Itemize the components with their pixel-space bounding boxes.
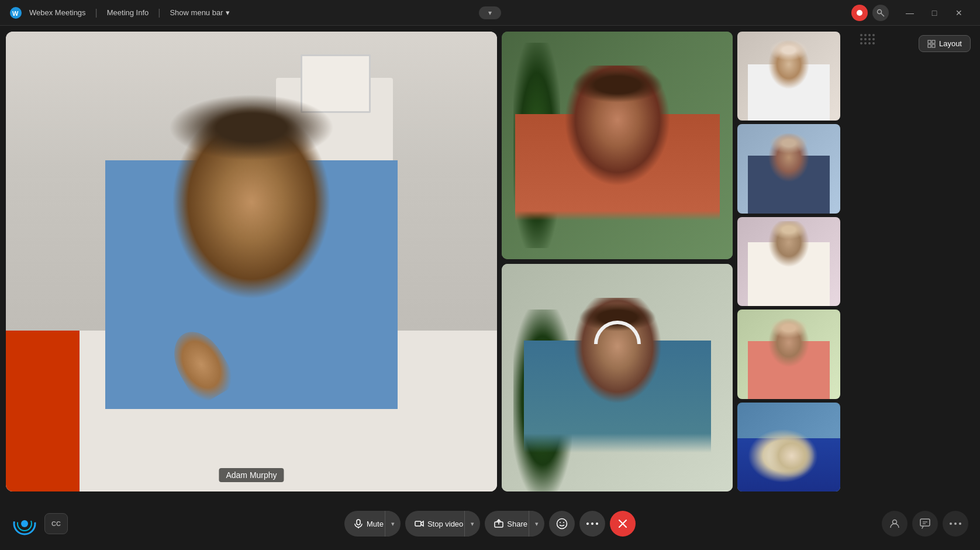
chat-icon <box>920 518 930 529</box>
svg-point-16 <box>557 519 567 529</box>
svg-line-4 <box>881 13 885 16</box>
svg-rect-25 <box>920 519 930 526</box>
mute-button-group: Mute ▾ <box>344 511 401 537</box>
more-options-button[interactable] <box>579 511 605 537</box>
divider-2: | <box>158 8 160 18</box>
toolbar: CC Mute ▾ Stop video <box>0 497 980 550</box>
reactions-button[interactable] <box>549 511 575 537</box>
more-icon <box>586 522 598 525</box>
toolbar-more-button[interactable] <box>943 511 968 537</box>
minimize-button[interactable]: — <box>898 4 922 22</box>
collapse-button[interactable]: ▾ <box>479 6 501 19</box>
video-area: Adam Murphy <box>0 26 980 497</box>
main-video: Adam Murphy <box>6 32 497 491</box>
svg-rect-7 <box>928 44 931 47</box>
toolbar-more-icon <box>950 522 961 525</box>
sidebar-tile-5 <box>737 403 840 491</box>
grid-dots <box>860 34 875 44</box>
video-icon <box>415 519 424 528</box>
mic-icon <box>354 519 363 528</box>
svg-rect-6 <box>932 40 935 43</box>
toolbar-center: Mute ▾ Stop video ▾ Share <box>344 511 636 537</box>
share-icon <box>494 519 503 528</box>
sidebar-tile-4 <box>737 310 840 398</box>
record-button[interactable] <box>851 5 868 21</box>
svg-point-11 <box>21 520 28 527</box>
app-name: Webex Meetings <box>29 8 86 17</box>
video-tile-2 <box>502 264 733 491</box>
chat-button[interactable] <box>912 511 938 537</box>
toolbar-right <box>882 511 968 537</box>
video-dropdown-button[interactable]: ▾ <box>464 511 480 537</box>
mute-button[interactable]: Mute <box>344 511 389 537</box>
cc-button[interactable]: CC <box>44 513 68 534</box>
sidebar-tile-2 <box>737 124 840 213</box>
layout-button[interactable]: Layout <box>919 35 971 52</box>
window-controls: — □ ✕ <box>898 4 971 22</box>
svg-point-20 <box>591 522 593 525</box>
svg-point-28 <box>950 522 952 525</box>
title-bar: W Webex Meetings | Meeting Info | Show m… <box>0 0 980 26</box>
emoji-icon <box>556 518 568 530</box>
sidebar-tile-3 <box>737 217 840 306</box>
share-button-group: Share ▾ <box>485 511 544 537</box>
svg-text:W: W <box>12 10 19 17</box>
share-dropdown-button[interactable]: ▾ <box>529 511 544 537</box>
svg-point-2 <box>857 10 862 16</box>
maximize-button[interactable]: □ <box>923 4 946 22</box>
participants-button[interactable] <box>882 511 907 537</box>
sidebar-videos <box>737 32 840 491</box>
key-button[interactable] <box>872 5 889 21</box>
show-menu-button[interactable]: Show menu bar ▾ <box>170 8 229 17</box>
end-call-button[interactable] <box>610 511 636 537</box>
webex-ring-logo <box>12 511 37 537</box>
speaker-name-label: Adam Murphy <box>219 468 284 482</box>
svg-point-21 <box>596 522 598 525</box>
middle-videos <box>502 32 733 491</box>
close-button[interactable]: ✕ <box>947 4 971 22</box>
svg-rect-12 <box>357 520 360 525</box>
main-video-feed <box>6 32 497 491</box>
stop-video-button[interactable]: Stop video <box>405 511 469 537</box>
meeting-info-button[interactable]: Meeting Info <box>107 8 149 17</box>
title-bar-right: — □ ✕ <box>851 4 971 22</box>
end-call-icon <box>617 518 629 530</box>
share-button[interactable]: Share <box>485 511 533 537</box>
title-bar-left: W Webex Meetings | Meeting Info | Show m… <box>9 6 230 19</box>
svg-rect-14 <box>415 521 421 526</box>
mute-dropdown-button[interactable]: ▾ <box>385 511 401 537</box>
video-tile-1 <box>502 32 733 259</box>
svg-rect-8 <box>932 44 935 47</box>
svg-rect-5 <box>928 40 931 43</box>
svg-point-17 <box>560 522 561 523</box>
webex-logo: W <box>9 6 22 19</box>
svg-point-18 <box>563 522 564 523</box>
stop-video-button-group: Stop video ▾ <box>405 511 480 537</box>
svg-point-19 <box>586 522 589 525</box>
svg-point-30 <box>959 522 961 525</box>
svg-point-3 <box>878 9 882 13</box>
title-bar-center: ▾ <box>479 6 501 19</box>
layout-icon <box>927 40 936 48</box>
toolbar-left: CC <box>12 511 68 537</box>
participants-icon <box>889 518 900 529</box>
divider-1: | <box>95 8 98 18</box>
sidebar-tile-1 <box>737 32 840 121</box>
svg-point-29 <box>954 522 957 525</box>
